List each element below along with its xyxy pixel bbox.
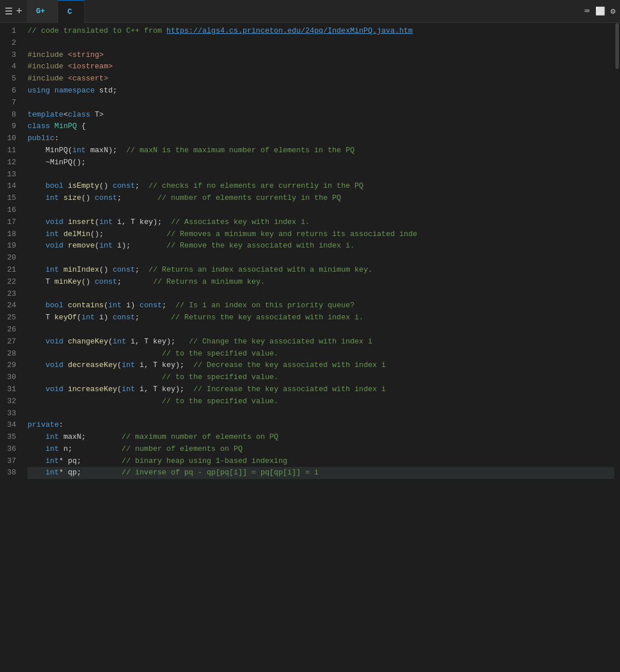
line-number-36: 36 [2, 443, 16, 455]
line-number-38: 38 [2, 467, 16, 479]
code-line-35: int maxN; // maximum number of elements … [28, 431, 614, 443]
line-number-8: 8 [2, 109, 16, 121]
line-number-3: 3 [2, 49, 16, 61]
line-number-20: 20 [2, 252, 16, 264]
line-number-32: 32 [2, 396, 16, 408]
line-number-15: 15 [2, 192, 16, 204]
maximize-icon[interactable]: ⬜ [595, 6, 605, 16]
code-line-6: using namespace std; [28, 85, 614, 97]
line-number-12: 12 [2, 157, 16, 169]
code-line-11: MinPQ(int maxN); // maxN is the maximum … [28, 145, 614, 157]
line-number-22: 22 [2, 276, 16, 288]
code-line-7 [28, 97, 614, 109]
code-line-1: // code translated to C++ from https://a… [28, 25, 614, 37]
code-line-9: class MinPQ { [28, 121, 614, 133]
line-number-24: 24 [2, 300, 16, 312]
line-number-23: 23 [2, 288, 16, 300]
line-number-2: 2 [2, 37, 16, 49]
line-number-31: 31 [2, 384, 16, 396]
line-number-27: 27 [2, 336, 16, 348]
code-line-14: bool isEmpty() const; // checks if no el… [28, 180, 614, 192]
line-number-9: 9 [2, 121, 16, 133]
line-number-30: 30 [2, 372, 16, 384]
code-line-18: int delMin(); // Removes a minimum key a… [28, 229, 614, 241]
code-line-8: template<class T> [28, 109, 614, 121]
line-number-10: 10 [2, 133, 16, 145]
code-line-23 [28, 288, 614, 300]
line-number-34: 34 [2, 419, 16, 431]
code-line-20 [28, 252, 614, 264]
code-line-33 [28, 408, 614, 420]
code-line-2 [28, 37, 614, 49]
line-number-37: 37 [2, 455, 16, 468]
tab-floodfill[interactable]: G+ [27, 0, 59, 23]
code-line-5: #include <cassert> [28, 73, 614, 85]
code-line-16 [28, 204, 614, 217]
code-line-36: int n; // number of elements on PQ [28, 443, 614, 455]
code-line-15: int size() const; // number of elements … [28, 192, 614, 204]
line-number-6: 6 [2, 85, 16, 97]
terminal-icon[interactable]: ⌨ [584, 6, 589, 16]
scrollbar-thumb[interactable] [615, 23, 619, 69]
code-line-31: void increaseKey(int i, T key); // Incre… [28, 384, 614, 396]
line-number-26: 26 [2, 324, 16, 336]
title-bar: ☰ + G+ C ⌨ ⬜ ⚙ [0, 0, 620, 23]
line-number-18: 18 [2, 229, 16, 241]
line-number-13: 13 [2, 169, 16, 181]
line-number-14: 14 [2, 180, 16, 192]
app-window: ☰ + G+ C ⌨ ⬜ ⚙ 1234567891011121314151617… [0, 0, 620, 672]
code-line-10: public: [28, 133, 614, 145]
line-number-5: 5 [2, 73, 16, 85]
line-number-1: 1 [2, 25, 16, 37]
line-number-28: 28 [2, 348, 16, 360]
code-line-28: // to the specified value. [28, 348, 614, 360]
code-line-38: int* qp; // inverse of pq - qp[pq[i]] = … [28, 467, 614, 479]
tab-floodfill-icon: G+ [36, 7, 45, 16]
code-line-27: void changeKey(int i, T key); // Change … [28, 336, 614, 348]
scrollbar[interactable] [614, 23, 620, 672]
code-line-12: ~MinPQ(); [28, 157, 614, 169]
tab-minpq[interactable]: C [58, 0, 85, 23]
code-line-25: T keyOf(int i) const; // Returns the key… [28, 312, 614, 324]
editor-area: 1234567891011121314151617181920212223242… [0, 23, 620, 672]
line-number-21: 21 [2, 264, 16, 276]
code-line-21: int minIndex() const; // Returns an inde… [28, 264, 614, 276]
code-line-3: #include <string> [28, 49, 614, 61]
line-number-4: 4 [2, 61, 16, 73]
title-bar-right: ⌨ ⬜ ⚙ [584, 6, 615, 16]
code-line-17: void insert(int i, T key); // Associates… [28, 217, 614, 229]
line-numbers: 1234567891011121314151617181920212223242… [0, 23, 21, 672]
line-number-35: 35 [2, 431, 16, 443]
line-number-11: 11 [2, 145, 16, 157]
line-number-29: 29 [2, 360, 16, 372]
line-number-19: 19 [2, 240, 16, 252]
code-line-29: void decreaseKey(int i, T key); // Decre… [28, 360, 614, 372]
title-bar-left: ☰ + [5, 6, 22, 17]
code-line-4: #include <iostream> [28, 61, 614, 73]
new-tab-button[interactable]: + [16, 6, 22, 17]
line-number-16: 16 [2, 204, 16, 217]
code-line-26 [28, 324, 614, 336]
tab-minpq-icon: C [67, 7, 72, 16]
menu-icon[interactable]: ☰ [5, 6, 13, 17]
code-line-30: // to the specified value. [28, 372, 614, 384]
code-line-22: T minKey() const; // Returns a minimum k… [28, 276, 614, 288]
code-line-32: // to the specified value. [28, 396, 614, 408]
code-content[interactable]: // code translated to C++ from https://a… [21, 23, 614, 672]
code-line-37: int* pq; // binary heap using 1-based in… [28, 455, 614, 468]
tab-bar: G+ C [27, 0, 580, 23]
settings-icon[interactable]: ⚙ [611, 6, 615, 16]
line-number-25: 25 [2, 312, 16, 324]
code-line-24: bool contains(int i) const; // Is i an i… [28, 300, 614, 312]
line-number-7: 7 [2, 97, 16, 109]
line-number-33: 33 [2, 408, 16, 420]
code-line-34: private: [28, 419, 614, 431]
code-line-13 [28, 169, 614, 181]
code-line-19: void remove(int i); // Remove the key as… [28, 240, 614, 252]
line-number-17: 17 [2, 217, 16, 229]
